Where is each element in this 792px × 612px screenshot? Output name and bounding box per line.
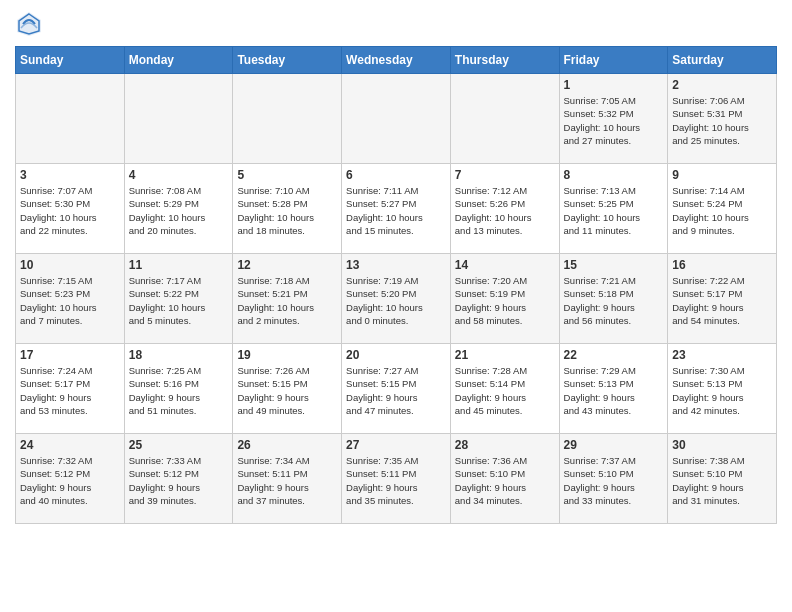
day-number: 6 <box>346 168 446 182</box>
day-cell: 7Sunrise: 7:12 AMSunset: 5:26 PMDaylight… <box>450 164 559 254</box>
day-cell: 23Sunrise: 7:30 AMSunset: 5:13 PMDayligh… <box>668 344 777 434</box>
week-row-1: 1Sunrise: 7:05 AMSunset: 5:32 PMDaylight… <box>16 74 777 164</box>
weekday-header-sunday: Sunday <box>16 47 125 74</box>
day-number: 14 <box>455 258 555 272</box>
day-cell: 30Sunrise: 7:38 AMSunset: 5:10 PMDayligh… <box>668 434 777 524</box>
day-cell: 10Sunrise: 7:15 AMSunset: 5:23 PMDayligh… <box>16 254 125 344</box>
day-info: Sunrise: 7:18 AMSunset: 5:21 PMDaylight:… <box>237 274 337 327</box>
day-cell: 27Sunrise: 7:35 AMSunset: 5:11 PMDayligh… <box>342 434 451 524</box>
day-cell <box>342 74 451 164</box>
day-info: Sunrise: 7:24 AMSunset: 5:17 PMDaylight:… <box>20 364 120 417</box>
day-number: 16 <box>672 258 772 272</box>
day-number: 11 <box>129 258 229 272</box>
day-cell: 24Sunrise: 7:32 AMSunset: 5:12 PMDayligh… <box>16 434 125 524</box>
day-info: Sunrise: 7:13 AMSunset: 5:25 PMDaylight:… <box>564 184 664 237</box>
day-cell <box>450 74 559 164</box>
day-info: Sunrise: 7:21 AMSunset: 5:18 PMDaylight:… <box>564 274 664 327</box>
calendar: SundayMondayTuesdayWednesdayThursdayFrid… <box>15 46 777 524</box>
day-info: Sunrise: 7:26 AMSunset: 5:15 PMDaylight:… <box>237 364 337 417</box>
day-number: 1 <box>564 78 664 92</box>
day-cell: 11Sunrise: 7:17 AMSunset: 5:22 PMDayligh… <box>124 254 233 344</box>
day-number: 26 <box>237 438 337 452</box>
week-row-2: 3Sunrise: 7:07 AMSunset: 5:30 PMDaylight… <box>16 164 777 254</box>
day-info: Sunrise: 7:10 AMSunset: 5:28 PMDaylight:… <box>237 184 337 237</box>
day-cell: 8Sunrise: 7:13 AMSunset: 5:25 PMDaylight… <box>559 164 668 254</box>
day-cell: 17Sunrise: 7:24 AMSunset: 5:17 PMDayligh… <box>16 344 125 434</box>
day-info: Sunrise: 7:34 AMSunset: 5:11 PMDaylight:… <box>237 454 337 507</box>
day-number: 12 <box>237 258 337 272</box>
weekday-header-row: SundayMondayTuesdayWednesdayThursdayFrid… <box>16 47 777 74</box>
day-info: Sunrise: 7:12 AMSunset: 5:26 PMDaylight:… <box>455 184 555 237</box>
day-number: 15 <box>564 258 664 272</box>
logo <box>15 10 47 38</box>
svg-marker-0 <box>17 12 41 36</box>
day-cell: 6Sunrise: 7:11 AMSunset: 5:27 PMDaylight… <box>342 164 451 254</box>
day-info: Sunrise: 7:15 AMSunset: 5:23 PMDaylight:… <box>20 274 120 327</box>
day-info: Sunrise: 7:19 AMSunset: 5:20 PMDaylight:… <box>346 274 446 327</box>
day-info: Sunrise: 7:07 AMSunset: 5:30 PMDaylight:… <box>20 184 120 237</box>
day-number: 9 <box>672 168 772 182</box>
day-info: Sunrise: 7:08 AMSunset: 5:29 PMDaylight:… <box>129 184 229 237</box>
day-number: 5 <box>237 168 337 182</box>
day-info: Sunrise: 7:29 AMSunset: 5:13 PMDaylight:… <box>564 364 664 417</box>
day-cell: 9Sunrise: 7:14 AMSunset: 5:24 PMDaylight… <box>668 164 777 254</box>
day-cell: 3Sunrise: 7:07 AMSunset: 5:30 PMDaylight… <box>16 164 125 254</box>
day-number: 20 <box>346 348 446 362</box>
day-info: Sunrise: 7:05 AMSunset: 5:32 PMDaylight:… <box>564 94 664 147</box>
day-cell: 1Sunrise: 7:05 AMSunset: 5:32 PMDaylight… <box>559 74 668 164</box>
day-info: Sunrise: 7:22 AMSunset: 5:17 PMDaylight:… <box>672 274 772 327</box>
day-cell: 19Sunrise: 7:26 AMSunset: 5:15 PMDayligh… <box>233 344 342 434</box>
logo-icon <box>15 10 43 38</box>
day-cell: 25Sunrise: 7:33 AMSunset: 5:12 PMDayligh… <box>124 434 233 524</box>
day-number: 4 <box>129 168 229 182</box>
day-number: 21 <box>455 348 555 362</box>
day-cell: 29Sunrise: 7:37 AMSunset: 5:10 PMDayligh… <box>559 434 668 524</box>
day-info: Sunrise: 7:06 AMSunset: 5:31 PMDaylight:… <box>672 94 772 147</box>
day-cell: 5Sunrise: 7:10 AMSunset: 5:28 PMDaylight… <box>233 164 342 254</box>
day-cell <box>124 74 233 164</box>
weekday-header-tuesday: Tuesday <box>233 47 342 74</box>
day-info: Sunrise: 7:27 AMSunset: 5:15 PMDaylight:… <box>346 364 446 417</box>
day-cell: 22Sunrise: 7:29 AMSunset: 5:13 PMDayligh… <box>559 344 668 434</box>
weekday-header-friday: Friday <box>559 47 668 74</box>
day-number: 25 <box>129 438 229 452</box>
day-number: 2 <box>672 78 772 92</box>
day-number: 19 <box>237 348 337 362</box>
week-row-3: 10Sunrise: 7:15 AMSunset: 5:23 PMDayligh… <box>16 254 777 344</box>
day-number: 7 <box>455 168 555 182</box>
day-info: Sunrise: 7:17 AMSunset: 5:22 PMDaylight:… <box>129 274 229 327</box>
day-info: Sunrise: 7:33 AMSunset: 5:12 PMDaylight:… <box>129 454 229 507</box>
day-cell: 21Sunrise: 7:28 AMSunset: 5:14 PMDayligh… <box>450 344 559 434</box>
week-row-5: 24Sunrise: 7:32 AMSunset: 5:12 PMDayligh… <box>16 434 777 524</box>
day-number: 27 <box>346 438 446 452</box>
week-row-4: 17Sunrise: 7:24 AMSunset: 5:17 PMDayligh… <box>16 344 777 434</box>
day-number: 23 <box>672 348 772 362</box>
day-cell: 16Sunrise: 7:22 AMSunset: 5:17 PMDayligh… <box>668 254 777 344</box>
day-number: 17 <box>20 348 120 362</box>
day-info: Sunrise: 7:14 AMSunset: 5:24 PMDaylight:… <box>672 184 772 237</box>
day-cell: 4Sunrise: 7:08 AMSunset: 5:29 PMDaylight… <box>124 164 233 254</box>
day-cell: 28Sunrise: 7:36 AMSunset: 5:10 PMDayligh… <box>450 434 559 524</box>
day-number: 24 <box>20 438 120 452</box>
weekday-header-wednesday: Wednesday <box>342 47 451 74</box>
day-cell: 14Sunrise: 7:20 AMSunset: 5:19 PMDayligh… <box>450 254 559 344</box>
day-cell: 12Sunrise: 7:18 AMSunset: 5:21 PMDayligh… <box>233 254 342 344</box>
day-cell: 18Sunrise: 7:25 AMSunset: 5:16 PMDayligh… <box>124 344 233 434</box>
day-cell <box>233 74 342 164</box>
day-number: 8 <box>564 168 664 182</box>
day-info: Sunrise: 7:35 AMSunset: 5:11 PMDaylight:… <box>346 454 446 507</box>
day-cell: 13Sunrise: 7:19 AMSunset: 5:20 PMDayligh… <box>342 254 451 344</box>
day-number: 13 <box>346 258 446 272</box>
day-cell: 26Sunrise: 7:34 AMSunset: 5:11 PMDayligh… <box>233 434 342 524</box>
day-number: 3 <box>20 168 120 182</box>
weekday-header-monday: Monday <box>124 47 233 74</box>
day-info: Sunrise: 7:37 AMSunset: 5:10 PMDaylight:… <box>564 454 664 507</box>
day-info: Sunrise: 7:11 AMSunset: 5:27 PMDaylight:… <box>346 184 446 237</box>
day-cell: 15Sunrise: 7:21 AMSunset: 5:18 PMDayligh… <box>559 254 668 344</box>
weekday-header-saturday: Saturday <box>668 47 777 74</box>
weekday-header-thursday: Thursday <box>450 47 559 74</box>
day-cell: 20Sunrise: 7:27 AMSunset: 5:15 PMDayligh… <box>342 344 451 434</box>
header <box>15 10 777 38</box>
day-cell <box>16 74 125 164</box>
day-number: 30 <box>672 438 772 452</box>
